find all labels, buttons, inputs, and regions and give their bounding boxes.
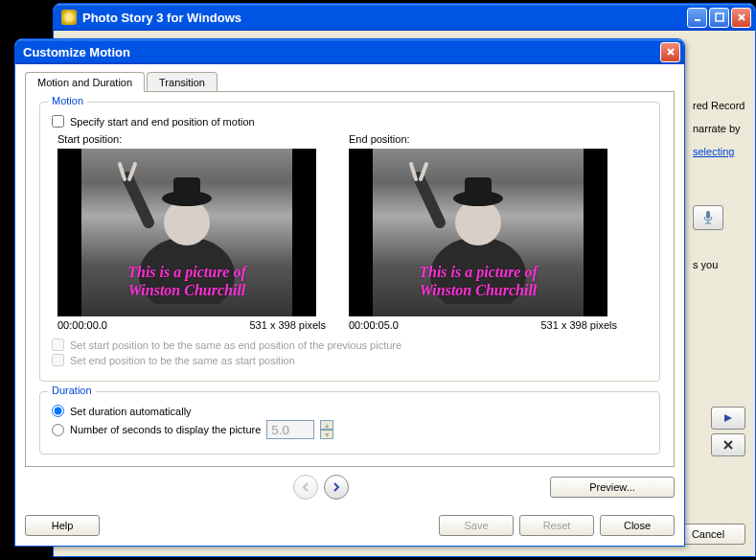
end-position-col: End position: xyxy=(349,133,617,331)
next-picture-button[interactable] xyxy=(324,475,349,500)
chevron-left-icon xyxy=(301,482,310,492)
start-position-label: Start position: xyxy=(57,133,326,145)
bg-delete-button[interactable] xyxy=(711,433,745,456)
tabs: Motion and Duration Transition xyxy=(25,72,675,92)
tab-motion-duration[interactable]: Motion and Duration xyxy=(25,72,145,92)
tab-transition[interactable]: Transition xyxy=(147,72,218,92)
preview-button[interactable]: Preview... xyxy=(550,477,675,498)
parent-titlebar: Photo Story 3 for Windows xyxy=(54,4,755,31)
svg-point-13 xyxy=(164,199,210,245)
close-dialog-button[interactable]: Close xyxy=(600,515,675,536)
duration-group-title: Duration xyxy=(48,385,96,396)
maximize-button[interactable] xyxy=(709,8,729,28)
customize-motion-dialog: Customize Motion Motion and Duration Tra… xyxy=(14,38,685,547)
save-button: Save xyxy=(439,515,514,536)
app-icon xyxy=(61,10,77,25)
end-same-checkbox xyxy=(52,354,64,366)
photo-caption: This is a picture of Winston Churchill xyxy=(81,264,292,299)
duration-auto-radio[interactable] xyxy=(52,405,64,417)
tab-content: Motion Specify start and end position of… xyxy=(25,91,675,467)
svg-rect-1 xyxy=(716,13,723,21)
duration-auto-label: Set duration automatically xyxy=(70,406,192,417)
end-position-label: End position: xyxy=(349,133,617,145)
svg-point-18 xyxy=(455,199,501,245)
start-position-col: Start position: xyxy=(57,133,326,331)
modal-titlebar: Customize Motion xyxy=(15,39,684,64)
duration-seconds-input xyxy=(266,420,314,439)
svg-line-16 xyxy=(419,177,440,222)
start-same-row: Set start position to be the same as end… xyxy=(52,338,648,351)
chevron-right-icon xyxy=(332,482,341,492)
duration-seconds-radio[interactable] xyxy=(52,424,64,436)
bg-next-button[interactable] xyxy=(711,407,745,430)
seconds-down-button: ▼ xyxy=(320,430,333,439)
specify-motion-row: Specify start and end position of motion xyxy=(52,115,648,128)
reset-button: Reset xyxy=(519,515,594,536)
parent-title: Photo Story 3 for Windows xyxy=(80,11,687,25)
prev-picture-button xyxy=(293,475,318,500)
end-thumbnail: This is a picture of Winston Churchill xyxy=(349,149,607,316)
start-time: 00:00:00.0 xyxy=(57,319,107,331)
svg-rect-20 xyxy=(465,177,492,200)
close-button[interactable] xyxy=(731,8,751,28)
duration-seconds-label: Number of seconds to display the picture xyxy=(70,424,261,435)
end-same-label: Set end position to be the same as start… xyxy=(70,355,295,366)
specify-motion-label: Specify start and end position of motion xyxy=(70,116,255,128)
photo-caption: This is a picture of Winston Churchill xyxy=(373,264,584,299)
motion-group-title: Motion xyxy=(48,95,87,106)
start-same-checkbox xyxy=(52,338,64,351)
svg-rect-15 xyxy=(173,177,200,200)
motion-group: Motion Specify start and end position of… xyxy=(39,102,660,382)
duration-group: Duration Set duration automatically Numb… xyxy=(39,391,660,455)
svg-line-11 xyxy=(127,177,149,222)
end-time: 00:00:05.0 xyxy=(349,319,399,331)
end-same-row: Set end position to be the same as start… xyxy=(52,354,648,366)
microphone-button[interactable] xyxy=(693,205,723,230)
selecting-link[interactable]: selecting xyxy=(693,146,734,157)
svg-rect-4 xyxy=(706,211,710,219)
start-same-label: Set start position to be the same as end… xyxy=(70,339,401,351)
help-button[interactable]: Help xyxy=(25,515,100,536)
seconds-up-button: ▲ xyxy=(320,420,333,430)
minimize-button[interactable] xyxy=(687,8,707,28)
start-thumbnail: This is a picture of Winston Churchill xyxy=(57,149,316,316)
end-dims: 531 x 398 pixels xyxy=(541,319,618,331)
specify-motion-checkbox[interactable] xyxy=(52,115,64,128)
start-dims: 531 x 398 pixels xyxy=(250,319,327,331)
bg-obscured-text: red Record narrate by selecting s you xyxy=(693,100,745,282)
modal-title: Customize Motion xyxy=(23,45,660,59)
modal-close-button[interactable] xyxy=(660,42,680,62)
